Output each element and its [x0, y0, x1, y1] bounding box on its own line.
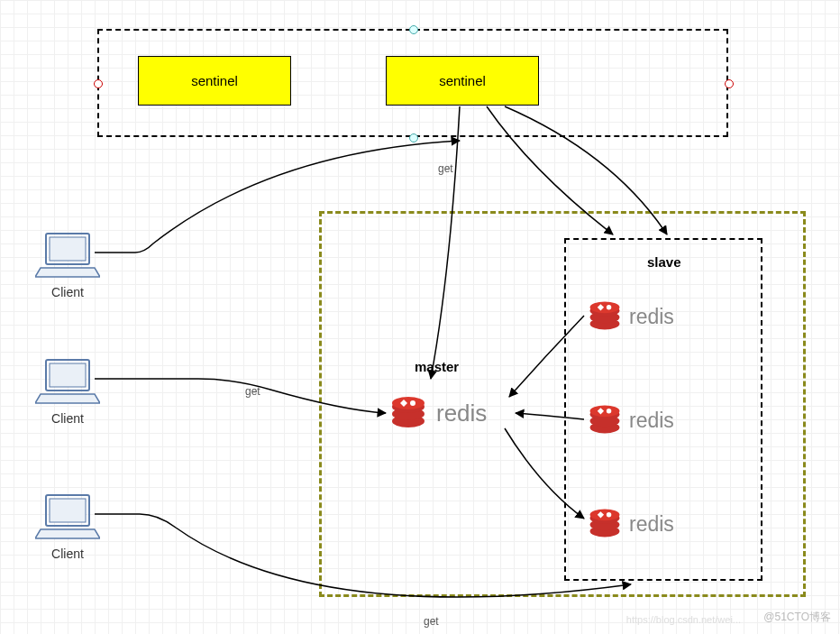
redis-icon [586, 400, 624, 441]
handle-right[interactable] [725, 79, 734, 88]
client-1-label: Client [27, 285, 108, 299]
svg-point-9 [590, 301, 620, 313]
svg-rect-27 [50, 363, 86, 387]
client-3-label: Client [27, 547, 108, 561]
svg-rect-29 [50, 499, 86, 522]
svg-point-5 [410, 400, 415, 406]
svg-point-21 [590, 509, 620, 520]
redis-slave-1: redis [586, 293, 730, 340]
client-1: Client [27, 230, 108, 302]
diagram-canvas: sentinel sentinel master slave redis [0, 0, 840, 634]
handle-bottom[interactable] [409, 133, 418, 142]
redis-icon [388, 391, 429, 436]
redis-icon [586, 296, 624, 337]
watermark-51cto: @51CTO博客 [763, 610, 831, 625]
slave-label: slave [647, 254, 681, 270]
laptop-icon [35, 393, 100, 409]
sentinel-1-label: sentinel [191, 73, 238, 88]
sentinel-box-1: sentinel [138, 56, 291, 106]
redis-slave-3: redis [586, 501, 730, 547]
svg-point-17 [607, 409, 611, 413]
redis-slave-2: redis [586, 397, 730, 444]
laptop-icon [35, 528, 100, 544]
redis-icon [586, 503, 624, 545]
svg-point-23 [607, 512, 611, 517]
edge-get-3: get [424, 615, 439, 628]
svg-point-11 [607, 305, 611, 309]
svg-point-3 [392, 397, 425, 409]
redis-slave-1-text: redis [629, 305, 674, 329]
master-label: master [415, 359, 459, 374]
svg-point-15 [590, 405, 620, 417]
edge-get-1: get [438, 162, 453, 175]
client-2-label: Client [27, 411, 108, 426]
watermark-csdn: https://blog.csdn.net/wei... [626, 614, 741, 625]
redis-slave-3-text: redis [629, 512, 674, 537]
edge-get-2: get [245, 385, 260, 398]
client-2: Client [27, 356, 108, 428]
laptop-icon [35, 267, 100, 282]
client-3: Client [27, 492, 108, 564]
sentinel-box-2: sentinel [386, 56, 539, 106]
sentinel-2-label: sentinel [439, 73, 486, 88]
redis-master: redis [388, 386, 532, 440]
handle-left[interactable] [94, 79, 103, 88]
svg-rect-25 [50, 237, 86, 261]
redis-master-text: redis [436, 400, 487, 427]
handle-top[interactable] [409, 25, 418, 34]
redis-slave-2-text: redis [629, 409, 674, 433]
